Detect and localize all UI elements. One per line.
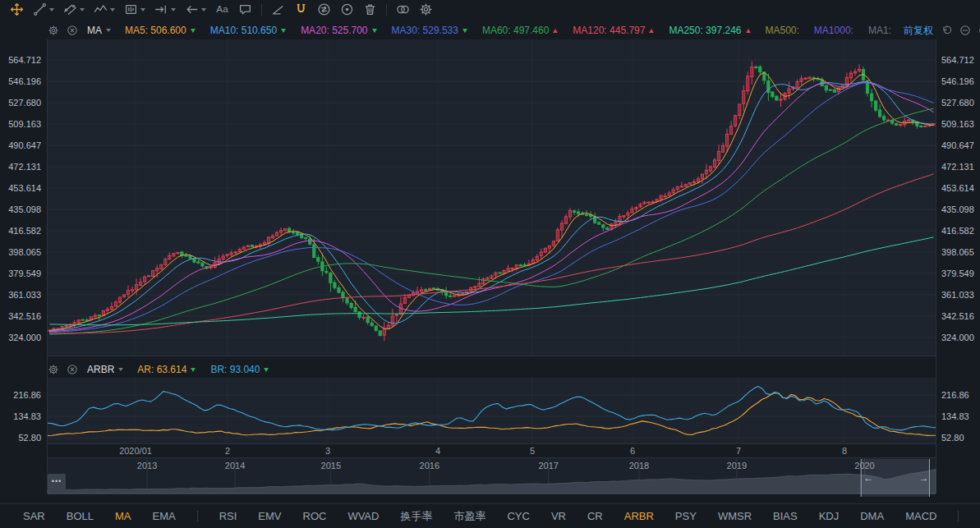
move-tool[interactable] <box>10 2 24 16</box>
indicator-tab-roc[interactable]: ROC <box>303 510 327 522</box>
price-axis-label: 472.131 <box>941 162 979 172</box>
price-axis-label: 379.549 <box>0 269 41 278</box>
magnet-tool[interactable] <box>294 2 308 16</box>
trash-icon <box>363 2 377 16</box>
ma-item-ma500[interactable]: MA500: <box>766 25 799 36</box>
arbr-item-br[interactable]: BR: 93.040 <box>210 364 269 375</box>
indicator-tab-换手率[interactable]: 换手率 <box>400 509 432 524</box>
undo-button[interactable] <box>941 25 952 36</box>
indicator-value: MA1: <box>868 25 891 36</box>
indicator-tab-psy[interactable]: PSY <box>675 510 697 522</box>
channel-icon <box>63 2 77 16</box>
trend-line-tool[interactable] <box>33 2 54 16</box>
price-axis-label: 453.614 <box>941 183 979 193</box>
indicator-settings-icon[interactable] <box>48 25 59 36</box>
gear-tool[interactable] <box>419 2 433 16</box>
indicator-tab-vr[interactable]: VR <box>551 510 566 522</box>
indicator-tab-市盈率[interactable]: 市盈率 <box>453 509 485 524</box>
zoom-out-icon <box>959 25 971 36</box>
pattern-tool[interactable] <box>124 2 145 16</box>
price-axis-label: 435.098 <box>0 204 41 214</box>
chevron-down-icon[interactable] <box>171 8 176 11</box>
indicator-tab-kdj[interactable]: KDJ <box>819 510 840 522</box>
toggle-circles-tool[interactable] <box>396 2 410 16</box>
arbr-axis-label: 52.80 <box>0 433 41 443</box>
comment-tool[interactable] <box>238 2 252 16</box>
time-axis-label: 3 <box>303 446 352 456</box>
indicator-tab-wmsr[interactable]: WMSR <box>718 510 752 522</box>
price-axis-label: 342.516 <box>941 311 979 321</box>
indicator-tab-ema[interactable]: EMA <box>152 510 175 522</box>
navigator-year-label: 2017 <box>532 461 565 471</box>
target-circle-icon <box>340 2 354 16</box>
trend-line-icon <box>33 2 47 16</box>
target-circle-tool[interactable] <box>340 2 354 16</box>
extend-line-tool[interactable] <box>154 2 176 16</box>
ma-item-ma250[interactable]: MA250: 397.246 <box>669 25 750 36</box>
link-circle-tool[interactable] <box>317 2 331 16</box>
ma-item-ma30[interactable]: MA30: 529.533 <box>392 25 467 36</box>
navigator-year-label: 2016 <box>413 461 446 471</box>
move-icon <box>10 2 24 16</box>
link-circle-icon <box>317 2 331 16</box>
indicator-tab-sar[interactable]: SAR <box>23 510 45 522</box>
navigator-year-label: 2014 <box>219 461 251 471</box>
time-axis-label: 8 <box>820 446 869 456</box>
price-axis-label: 342.516 <box>0 311 41 321</box>
svg-text:Aa: Aa <box>216 3 228 14</box>
navigator-year-label: 2013 <box>131 461 163 471</box>
ma-item-ma20[interactable]: MA20: 525.700 <box>301 25 376 36</box>
chevron-down-icon[interactable] <box>80 8 85 11</box>
navigator-window-left-handle[interactable]: ← <box>863 472 873 484</box>
trash-tool[interactable] <box>363 2 377 16</box>
indicator-close-icon[interactable] <box>67 25 78 36</box>
indicator-tab-dma[interactable]: DMA <box>860 510 884 522</box>
time-axis-label: 7 <box>714 446 763 456</box>
sub-indicator-close-icon[interactable] <box>67 364 78 375</box>
sub-indicator-label: ARBR <box>87 364 114 375</box>
chevron-down-icon[interactable] <box>110 8 115 11</box>
pattern-icon <box>124 2 138 16</box>
wave-tool[interactable] <box>94 2 115 16</box>
arrow-left-tool[interactable] <box>185 2 206 16</box>
indicator-value: MA60: 497.460 <box>482 25 549 36</box>
price-axis-label: 472.131 <box>0 162 41 172</box>
sub-indicator-name[interactable]: ARBR <box>87 364 123 375</box>
ma-item-ma1[interactable]: MA1: <box>868 25 891 36</box>
main-indicator-name[interactable]: MA <box>87 25 111 36</box>
zoom-out-button[interactable] <box>959 25 971 36</box>
indicator-tab-boll[interactable]: BOLL <box>67 510 94 522</box>
indicator-tab-arbr[interactable]: ARBR <box>624 510 654 522</box>
navigator-more-handle[interactable]: ••• <box>48 474 66 490</box>
navigator-window-right-handle[interactable]: → <box>918 472 928 484</box>
slope-tool[interactable] <box>271 2 285 16</box>
indicator-value: MA5: 506.600 <box>125 25 186 36</box>
ma-item-ma120[interactable]: MA120: 445.797 <box>573 25 654 36</box>
ma-item-ma1000[interactable]: MA1000: <box>814 25 853 36</box>
chevron-down-icon[interactable] <box>49 8 54 11</box>
indicator-tab-rsi[interactable]: RSI <box>219 510 237 522</box>
chevron-down-icon[interactable] <box>201 8 206 11</box>
indicator-tab-cyc[interactable]: CYC <box>507 510 529 522</box>
sub-indicator-settings-icon[interactable] <box>48 364 59 375</box>
gear-icon <box>48 25 59 36</box>
trend-up-icon <box>746 29 751 33</box>
chevron-down-icon[interactable] <box>140 8 145 11</box>
indicator-tab-ma[interactable]: MA <box>115 510 131 522</box>
ma-item-ma10[interactable]: MA10: 510.650 <box>210 25 286 36</box>
indicator-value: MA20: 525.700 <box>301 25 367 36</box>
trading-chart-window: { "colors": { "accent_orange": "#eda43b"… <box>0 0 980 528</box>
indicator-tab-emv[interactable]: EMV <box>258 510 281 522</box>
indicator-tab-wvad[interactable]: WVAD <box>347 510 379 522</box>
time-axis-label: 2 <box>203 446 252 456</box>
indicator-tab-macd[interactable]: MACD <box>905 510 936 522</box>
time-axis-label: 6 <box>608 446 657 456</box>
price-adjust-toggle[interactable]: 前复权 <box>904 24 933 38</box>
text-tool[interactable]: Aa <box>215 2 229 16</box>
ma-item-ma60[interactable]: MA60: 497.460 <box>482 25 558 36</box>
ma-item-ma5[interactable]: MA5: 506.600 <box>125 25 196 36</box>
arbr-item-ar[interactable]: AR: 63.614 <box>137 364 196 375</box>
indicator-tab-cr[interactable]: CR <box>587 510 603 522</box>
indicator-tab-bias[interactable]: BIAS <box>773 510 798 522</box>
channel-tool[interactable] <box>63 2 85 16</box>
